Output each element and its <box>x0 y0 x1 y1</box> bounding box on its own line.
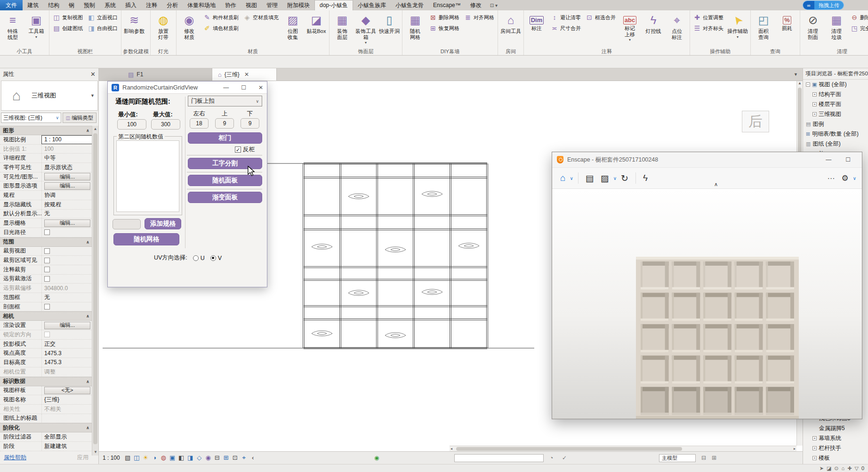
ribbon-button-bitmap-collect[interactable]: ▨位图 收集 <box>281 11 304 46</box>
random-values-list[interactable] <box>116 140 179 212</box>
ribbon-tab-结构[interactable]: 结构 <box>43 0 64 10</box>
exclude-options-icon[interactable]: ⊟ <box>701 455 706 461</box>
checkbox[interactable] <box>44 258 50 263</box>
property-value[interactable]: 正交 <box>41 340 92 349</box>
ribbon-button-duplicate-view[interactable]: ◫复制视图 <box>51 12 85 23</box>
property-row[interactable]: 裁剪视图 <box>0 247 92 256</box>
ribbon-button-delete-grid[interactable]: ⊠删除网格 <box>427 12 461 23</box>
property-row[interactable]: 相关性不相关 <box>0 405 92 414</box>
checkbox[interactable] <box>44 332 50 337</box>
performance-icon[interactable]: ϟ <box>643 173 648 183</box>
select-pinned-icon[interactable]: ⊙ <box>834 465 838 472</box>
tree-item-幕墙系统[interactable]: +幕墙系统 <box>803 433 868 443</box>
checkbox[interactable] <box>44 229 50 235</box>
ribbon-tab-修改[interactable]: 修改 <box>466 0 486 10</box>
property-row[interactable]: 视图名称{三维} <box>0 395 92 405</box>
expand-icon[interactable]: + <box>812 92 817 97</box>
ribbon-button-fill-material-brush[interactable]: ✐填色材质刷 <box>201 23 241 33</box>
property-value[interactable]: 无 <box>41 210 92 219</box>
property-row[interactable]: 目标高度1475.3 <box>0 358 92 367</box>
temporary-view-properties-icon[interactable]: ⊞ <box>222 454 230 462</box>
ribbon-tab-小鲅鱼龙骨[interactable]: 小鲅鱼龙骨 <box>391 0 428 10</box>
detail-level-icon[interactable]: ◫ <box>133 454 141 462</box>
chevron-down-icon[interactable]: ∨ <box>613 176 617 181</box>
press-drag-icon[interactable]: ⊞ <box>712 455 716 461</box>
ribbon-button-create-sheet[interactable]: ▤创建图纸 <box>51 23 85 33</box>
ribbon-button-component-material-brush[interactable]: ✎构件材质刷 <box>201 12 241 23</box>
tree-item-三维视图[interactable]: +三维视图 <box>803 109 868 119</box>
ribbon-button-decal-box[interactable]: ◪贴花Box <box>305 11 328 46</box>
ribbon-tab-小鲅鱼族库[interactable]: 小鲅鱼族库 <box>353 0 391 10</box>
view-tab-3d[interactable]: ⌂ {三维} ✕ <box>212 68 277 81</box>
reverse-cabinet-checkbox[interactable]: ✓ 反柜 <box>235 146 255 154</box>
checkbox[interactable] <box>44 248 50 254</box>
ribbon-button-finish-toolbox[interactable]: ◆装饰工具箱▾ <box>354 11 377 46</box>
edit-type-button[interactable]: ◫ 编辑类型 <box>63 113 96 123</box>
cabinet-door-button[interactable]: 柜门 <box>188 132 262 144</box>
ribbon-button-light-control-line[interactable]: ϟ灯控线 <box>642 11 665 46</box>
property-row[interactable]: 渲染设置编辑... <box>0 321 92 330</box>
show-constraints-icon[interactable]: ⌖ <box>240 454 248 462</box>
property-value[interactable]: 编辑... <box>41 219 92 228</box>
property-row[interactable]: 详细程度中等 <box>0 154 92 163</box>
view-scale-button[interactable]: 1 : 100 <box>103 455 120 461</box>
edit-button[interactable]: 编辑... <box>44 220 90 227</box>
ribbon-button-clean-section[interactable]: ⊘清理 剖面 <box>802 11 824 46</box>
edit-button[interactable]: 编辑... <box>44 182 90 190</box>
ribbon-tab-注释[interactable]: 注释 <box>141 0 162 10</box>
show-analytical-icon[interactable]: ⊡ <box>231 454 239 462</box>
properties-section-标识数据[interactable]: 标识数据∧ <box>0 377 92 386</box>
property-row[interactable]: 剖面框 <box>0 302 92 312</box>
checkbox[interactable] <box>44 276 50 282</box>
tree-item-栏杆扶手[interactable]: +栏杆扶手 <box>803 443 868 453</box>
ribbon-button-free-viewport[interactable]: ◨自由视口 <box>86 23 120 33</box>
ribbon-tab-体量和场地[interactable]: 体量和场地 <box>183 0 220 10</box>
isolate-icon[interactable]: ◇ <box>195 454 203 462</box>
property-row[interactable]: 显示隐藏线按规程 <box>0 200 92 210</box>
edit-button[interactable]: 编辑... <box>44 173 90 180</box>
ribbon-button-room-tool[interactable]: ⌂房间工具 <box>499 11 522 46</box>
property-value[interactable] <box>41 256 92 265</box>
collapse-icon[interactable]: ∧ <box>86 128 89 133</box>
maximize-icon[interactable]: ☐ <box>241 84 246 91</box>
design-option-box[interactable]: 主模型 <box>659 454 696 462</box>
ribbon-button-dimension[interactable]: Dim标注 <box>525 11 548 46</box>
ribbon-button-box-merge[interactable]: ⊡框选合并 <box>584 12 618 23</box>
property-row[interactable]: 可见性/图形...编辑... <box>0 172 92 182</box>
instance-selector[interactable]: 三维视图: {三维} ∨ <box>1 113 61 123</box>
ribbon-display-toggle[interactable]: ⊡ ▾ <box>486 0 501 10</box>
temporary-hide-icon[interactable]: ◨ <box>186 454 194 462</box>
property-row[interactable]: 零件可见性显示原状态 <box>0 163 92 172</box>
maximize-icon[interactable]: ☐ <box>845 156 851 163</box>
ribbon-tab-建筑[interactable]: 建筑 <box>23 0 43 10</box>
gradient-panel-button[interactable]: 渐变面板 <box>188 192 262 203</box>
shadows-icon[interactable]: ◑ <box>151 454 159 462</box>
ribbon-tab-预制[interactable]: 预制 <box>79 0 100 10</box>
expand-icon[interactable]: + <box>812 112 817 116</box>
ribbon-button-loss[interactable]: %损耗 <box>776 11 798 46</box>
ribbon-tab-系统[interactable]: 系统 <box>100 0 121 10</box>
ribbon-button-influence-parameter[interactable]: ≋影响参数 <box>123 11 145 46</box>
property-value[interactable]: 1 : 100 <box>41 135 92 144</box>
export-icon[interactable]: ▤ <box>586 173 594 184</box>
enscape-title-bar[interactable]: Enscape - 橱柜套件250717100248 — ☐ <box>552 152 862 167</box>
edit-button[interactable]: <无> <box>44 387 90 394</box>
offset-top-input[interactable] <box>215 118 234 129</box>
properties-help-link[interactable]: 属性帮助 <box>4 454 26 462</box>
ribbon-button-random-grid[interactable]: ▦随机 网格 <box>404 11 426 46</box>
select-by-face-icon[interactable]: ⌂ <box>842 465 845 472</box>
ribbon-tab-dop-小鲅鱼[interactable]: dop-小鲅鱼 <box>314 0 353 10</box>
ribbon-button-edit-material[interactable]: ◉修改 材质 <box>178 11 201 46</box>
ribbon-button-avoid-clear[interactable]: ↕避让清零 <box>549 12 583 23</box>
collapse-icon[interactable]: ∧ <box>86 425 89 430</box>
ribbon-button-quick-opening[interactable]: ▯快速开洞 <box>378 11 401 46</box>
property-row[interactable]: 阶段新建建筑 <box>0 442 92 451</box>
expand-icon[interactable]: + <box>812 456 817 460</box>
property-value[interactable]: <无> <box>41 386 92 395</box>
type-selector[interactable]: ⌂ 三维视图 ▼ <box>1 81 98 111</box>
property-row[interactable]: 相机位置调整 <box>0 367 92 377</box>
ribbon-button-empty-material-fill[interactable]: ◈空材质填充 <box>241 12 281 23</box>
ribbon-button-dim-merge[interactable]: ≍尺寸合并 <box>549 23 583 33</box>
tree-item-金属踢脚5[interactable]: 金属踢脚5 <box>803 423 868 433</box>
worksharing-display-icon[interactable]: ⊟ <box>213 454 221 462</box>
